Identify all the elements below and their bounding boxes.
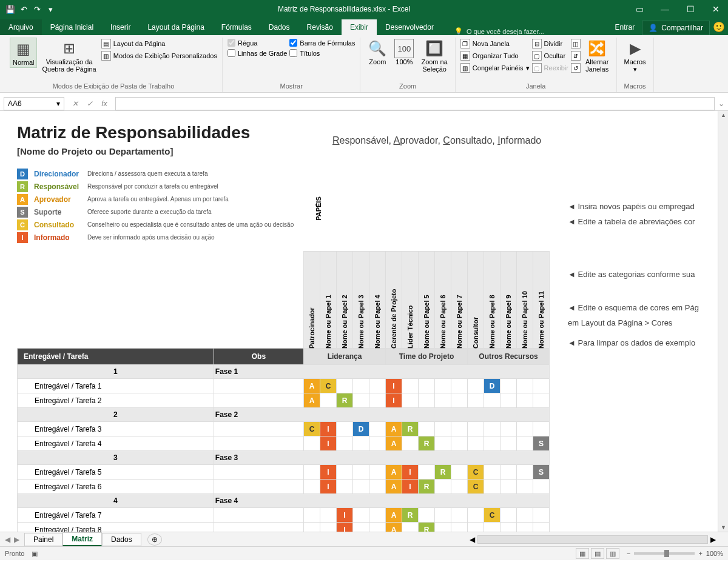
feedback-emoji[interactable]: 🙂: [710, 19, 728, 35]
view-normal-button[interactable]: ▦ Normal: [10, 38, 37, 68]
view-pagebreak-icon[interactable]: ▥: [606, 548, 619, 559]
ribbon-options-button[interactable]: ▭: [627, 0, 652, 18]
raci-cell[interactable]: I: [402, 465, 418, 480]
raci-cell[interactable]: [418, 422, 434, 436]
tab-insert[interactable]: Inserir: [102, 19, 139, 35]
task-row[interactable]: Entregável / Tarefa 1ACID: [18, 379, 550, 393]
raci-cell[interactable]: [434, 422, 451, 436]
raci-cell[interactable]: [369, 436, 385, 451]
raci-cell[interactable]: I: [385, 393, 402, 408]
raci-cell[interactable]: [352, 393, 369, 408]
role-header[interactable]: Líder Técnico: [402, 252, 418, 349]
hscroll-right[interactable]: ▶: [710, 535, 716, 544]
reset-window-button[interactable]: ↺: [571, 63, 581, 73]
sheet-area[interactable]: Matriz de Responsabilidades [Nome do Pro…: [0, 111, 728, 532]
zoom-selection-button[interactable]: 🔲Zoom na Seleção: [419, 38, 450, 74]
phase-row[interactable]: 1Fase 1: [18, 365, 550, 379]
raci-cell[interactable]: [533, 480, 549, 494]
raci-cell[interactable]: [516, 436, 533, 451]
tab-developer[interactable]: Desenvolvedor: [377, 19, 442, 35]
zoom-in-button[interactable]: +: [698, 550, 702, 557]
raci-cell[interactable]: [336, 379, 352, 393]
view-pagelayout-button[interactable]: ▤Layout da Página: [101, 39, 217, 48]
raci-cell[interactable]: R: [418, 436, 434, 451]
vertical-scrollbar[interactable]: [718, 111, 728, 532]
raci-cell[interactable]: [434, 436, 451, 451]
raci-cell[interactable]: [434, 508, 451, 523]
raci-cell[interactable]: [352, 436, 369, 451]
raci-cell[interactable]: [352, 480, 369, 494]
view-pagebreak-button[interactable]: ⊞ Visualização da Quebra de Página: [39, 38, 98, 74]
raci-cell[interactable]: [336, 465, 352, 480]
raci-cell[interactable]: [467, 508, 484, 523]
new-window-button[interactable]: ❐Nova Janela: [460, 39, 530, 48]
raci-cell[interactable]: C: [467, 480, 484, 494]
raci-cell[interactable]: [369, 465, 385, 480]
phase-row[interactable]: 3Fase 3: [18, 451, 550, 465]
unhide-button[interactable]: ▢Reexibir: [532, 63, 568, 73]
raci-cell[interactable]: [303, 523, 320, 532]
zoom-out-button[interactable]: −: [627, 550, 630, 557]
split-button[interactable]: ⊟Dividir: [532, 39, 568, 48]
raci-cell[interactable]: [402, 379, 418, 393]
role-header[interactable]: Nome ou Papel 1: [320, 252, 336, 349]
raci-cell[interactable]: A: [385, 436, 402, 451]
raci-cell[interactable]: [533, 508, 549, 523]
raci-cell[interactable]: [500, 422, 516, 436]
raci-cell[interactable]: [484, 480, 500, 494]
raci-cell[interactable]: [451, 523, 467, 532]
raci-cell[interactable]: [352, 523, 369, 532]
raci-cell[interactable]: I: [336, 523, 352, 532]
raci-cell[interactable]: [369, 508, 385, 523]
freeze-panes-button[interactable]: ▥Congelar Painéis▾: [460, 63, 530, 73]
raci-cell[interactable]: [516, 379, 533, 393]
role-header[interactable]: Nome ou Papel 4: [369, 252, 385, 349]
save-button[interactable]: 💾: [5, 4, 16, 15]
switch-windows-button[interactable]: 🔀Alternar Janelas: [583, 38, 612, 74]
phase-row[interactable]: 4Fase 4: [18, 494, 550, 508]
raci-cell[interactable]: A: [385, 480, 402, 494]
raci-cell[interactable]: [434, 393, 451, 408]
raci-cell[interactable]: [402, 436, 418, 451]
chk-formulabar[interactable]: Barra de Fórmulas: [289, 39, 355, 47]
side-by-side-button[interactable]: ◫: [571, 39, 581, 48]
formula-input[interactable]: [115, 97, 715, 110]
sheet-tab-dados[interactable]: Dados: [102, 533, 141, 546]
macro-record-icon[interactable]: ▣: [32, 550, 38, 558]
raci-cell[interactable]: [484, 523, 500, 532]
raci-cell[interactable]: [336, 422, 352, 436]
raci-cell[interactable]: [336, 436, 352, 451]
sheet-tab-painel[interactable]: Painel: [24, 533, 62, 546]
chk-headings[interactable]: Títulos: [289, 49, 355, 57]
task-row[interactable]: Entregável / Tarefa 6IAIRC: [18, 480, 550, 494]
hide-button[interactable]: ▢Ocultar: [532, 51, 568, 61]
raci-cell[interactable]: A: [303, 379, 320, 393]
role-header[interactable]: Nome ou Papel 7: [451, 252, 467, 349]
raci-cell[interactable]: [303, 508, 320, 523]
raci-cell[interactable]: [352, 465, 369, 480]
role-header[interactable]: Nome ou Papel 9: [500, 252, 516, 349]
raci-cell[interactable]: [500, 393, 516, 408]
raci-cell[interactable]: [369, 480, 385, 494]
raci-cell[interactable]: [451, 393, 467, 408]
raci-cell[interactable]: A: [303, 393, 320, 408]
expand-formula-icon[interactable]: ⌄: [715, 99, 728, 108]
view-custom-button[interactable]: ▥Modos de Exibição Personalizados: [101, 51, 217, 61]
phase-row[interactable]: 2Fase 2: [18, 408, 550, 422]
task-row[interactable]: Entregável / Tarefa 8IAR: [18, 523, 550, 532]
raci-cell[interactable]: [516, 480, 533, 494]
arrange-all-button[interactable]: ▦Organizar Tudo: [460, 51, 530, 61]
chk-ruler[interactable]: Régua: [228, 39, 287, 47]
raci-cell[interactable]: R: [418, 523, 434, 532]
zoom-level[interactable]: 100%: [706, 550, 723, 557]
raci-cell[interactable]: I: [320, 422, 336, 436]
zoom-100-button[interactable]: 100100%: [392, 38, 416, 67]
raci-cell[interactable]: S: [533, 465, 549, 480]
raci-cell[interactable]: [500, 436, 516, 451]
view-pagelayout-icon[interactable]: ▤: [591, 548, 604, 559]
raci-cell[interactable]: [467, 422, 484, 436]
raci-cell[interactable]: [500, 480, 516, 494]
raci-cell[interactable]: [467, 523, 484, 532]
cancel-formula-button[interactable]: ✕: [69, 99, 81, 108]
tab-review[interactable]: Revisão: [298, 19, 342, 35]
